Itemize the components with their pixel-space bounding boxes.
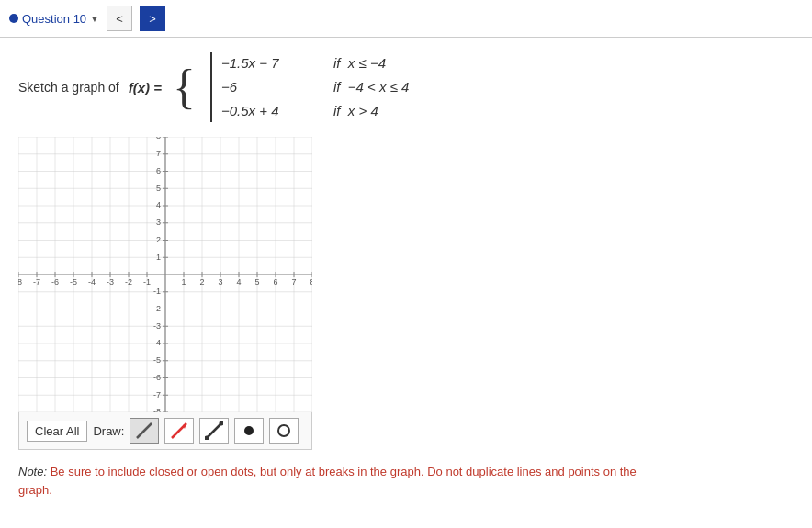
piecewise-row-1: −1.5x − 7 if x ≤ −4 bbox=[221, 52, 409, 74]
nav-prev-button[interactable]: < bbox=[107, 6, 132, 31]
nav-next-button[interactable]: > bbox=[140, 6, 165, 31]
note-body: Be sure to include closed or open dots, … bbox=[18, 465, 637, 497]
ray-tool-icon bbox=[170, 421, 188, 440]
graph-wrapper: Clear All Draw: bbox=[18, 137, 312, 450]
open-circle-icon bbox=[277, 424, 290, 437]
filled-dot-icon bbox=[244, 426, 254, 435]
piecewise-expr-3: −0.5x + 4 bbox=[221, 100, 322, 122]
question-dot bbox=[9, 14, 18, 23]
top-bar: Question 10 ▼ < > bbox=[0, 0, 812, 38]
piecewise-row-2: −6 if −4 < x ≤ 4 bbox=[221, 76, 409, 98]
piecewise-cond-1: if x ≤ −4 bbox=[333, 52, 386, 74]
segment-tool-icon bbox=[205, 421, 223, 440]
piecewise-expr-1: −1.5x − 7 bbox=[221, 52, 322, 74]
open-dot-tool-button[interactable] bbox=[269, 418, 299, 444]
svg-line-0 bbox=[137, 423, 152, 438]
svg-line-3 bbox=[207, 423, 221, 438]
big-brace-icon: { bbox=[173, 63, 196, 111]
note-prefix: Note: bbox=[18, 465, 47, 478]
question-label: Question 10 bbox=[22, 12, 86, 26]
question-selector[interactable]: Question 10 ▼ bbox=[9, 12, 99, 26]
fx-label: f(x) = bbox=[129, 80, 162, 95]
chevron-down-icon: ▼ bbox=[90, 14, 99, 24]
piecewise-row-3: −0.5x + 4 if x > 4 bbox=[221, 100, 409, 122]
note-text: Note: Be sure to include closed or open … bbox=[18, 463, 643, 499]
filled-dot-tool-button[interactable] bbox=[234, 418, 264, 444]
line-tool-icon bbox=[135, 421, 153, 440]
drawing-toolbar: Clear All Draw: bbox=[18, 412, 312, 450]
ray-tool-button[interactable] bbox=[164, 418, 194, 444]
problem-statement: Sketch a graph of f(x) = { −1.5x − 7 if … bbox=[18, 52, 794, 122]
draw-label: Draw: bbox=[93, 424, 124, 438]
piecewise-cond-3: if x > 4 bbox=[333, 100, 378, 122]
piecewise-expr-2: −6 bbox=[221, 76, 322, 98]
graph-canvas[interactable] bbox=[18, 137, 312, 412]
piecewise-cond-2: if −4 < x ≤ 4 bbox=[333, 76, 409, 98]
piecewise-definition: −1.5x − 7 if x ≤ −4 −6 if −4 < x ≤ 4 −0.… bbox=[210, 52, 409, 122]
sketch-text: Sketch a graph of bbox=[18, 80, 119, 95]
content-area: Sketch a graph of f(x) = { −1.5x − 7 if … bbox=[0, 38, 812, 513]
line-tool-button[interactable] bbox=[130, 418, 159, 444]
clear-all-button[interactable]: Clear All bbox=[27, 421, 87, 442]
segment-tool-button[interactable] bbox=[199, 418, 229, 444]
